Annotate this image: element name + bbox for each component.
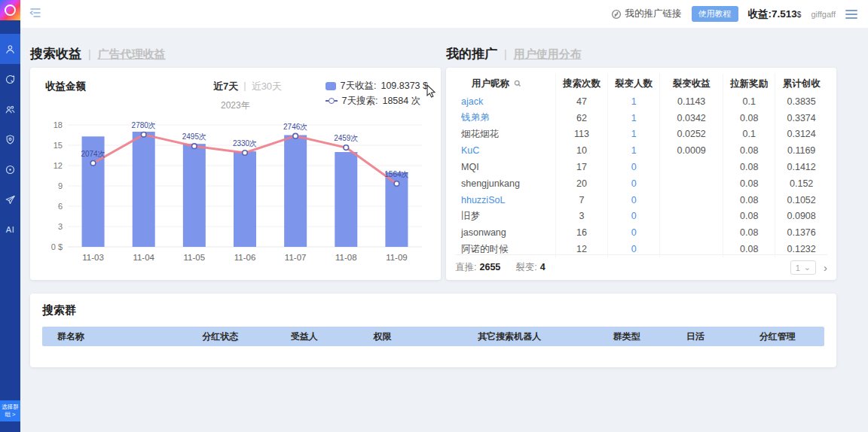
promo-table: 用户昵称 搜索次数裂变人数裂变收益拉新奖励累计创收 ajack4710.1143…	[455, 74, 827, 257]
svg-text:11-03: 11-03	[82, 253, 104, 262]
sidebar-item-user[interactable]	[0, 34, 20, 64]
svg-text:2074次: 2074次	[81, 150, 105, 158]
tab-my-promo[interactable]: 我的推广	[446, 45, 497, 62]
svg-text:3: 3	[58, 222, 63, 231]
page-select[interactable]: 1⌄	[790, 260, 816, 275]
sidebar-item-ai[interactable]: AI	[0, 214, 20, 245]
revenue-value: 7.513	[772, 8, 797, 20]
legend-bar-swatch-icon	[326, 82, 336, 90]
legend-line-marker-icon	[326, 98, 338, 104]
menu-icon[interactable]	[845, 10, 857, 19]
sidebar: AI 选择群 组 >	[0, 0, 20, 432]
promo-cell-fission_income	[660, 159, 723, 175]
promo-cell-total: 0.3374	[775, 110, 827, 126]
svg-text:6: 6	[58, 202, 63, 211]
groups-col-header: 分红状态	[171, 330, 269, 343]
table-row: shengjunkang2000.080.152	[455, 175, 827, 192]
table-row: ajack4710.11430.10.3835	[455, 93, 827, 110]
range-7days-tab[interactable]: 近7天	[213, 80, 238, 93]
logo-ring-icon	[5, 5, 16, 16]
promo-cell-referral: 0.08	[723, 110, 775, 126]
legend-revenue-value: 109.8373 $	[381, 81, 428, 91]
promo-cell-nickname[interactable]: 钱弟弟	[455, 110, 555, 126]
tab-ad-agency-revenue[interactable]: 广告代理收益	[98, 47, 166, 62]
collapse-sidebar-icon[interactable]	[29, 7, 41, 22]
promo-cell-fission_income	[660, 208, 723, 225]
send-icon	[5, 194, 16, 205]
tutorial-button[interactable]: 使用教程	[692, 6, 738, 22]
promo-col-header: 搜索次数	[555, 74, 607, 93]
tab-user-usage-distribution[interactable]: 用户使用分布	[514, 47, 582, 62]
chat-icon	[5, 74, 16, 85]
promo-cell-nickname: 旧梦	[455, 208, 555, 225]
select-group-badge[interactable]: 选择群 组 >	[0, 400, 20, 421]
promo-cell-nickname[interactable]: hhuzziSoL	[455, 192, 555, 208]
promo-cell-fission[interactable]: 1	[608, 110, 660, 126]
revenue-currency: $	[797, 11, 802, 19]
promo-cell-fission[interactable]: 1	[608, 93, 660, 110]
promo-cell-searches: 16	[555, 224, 607, 241]
search-groups-title: 搜索群	[42, 303, 824, 318]
select-group-badge-line2: 组 >	[1, 411, 20, 418]
promo-footer: 直推:2655 裂变:4 1⌄ ›	[455, 254, 827, 280]
groups-table-header-row: 群名称分红状态受益人权限其它搜索机器人群类型日活分红管理	[42, 327, 824, 346]
target-icon	[5, 164, 16, 175]
svg-text:2780次: 2780次	[132, 121, 156, 129]
promo-cell-fission_income	[660, 175, 723, 192]
promo-cell-fission[interactable]: 0	[608, 208, 660, 225]
promo-cell-fission[interactable]: 0	[608, 175, 660, 192]
search-groups-card: 搜索群 群名称分红状态受益人权限其它搜索机器人群类型日活分红管理	[30, 294, 836, 367]
svg-text:18: 18	[53, 120, 63, 129]
next-page-button[interactable]: ›	[824, 261, 827, 274]
sidebar-item-shield[interactable]	[0, 124, 20, 154]
promo-table-header-row: 用户昵称 搜索次数裂变人数裂变收益拉新奖励累计创收	[455, 74, 827, 93]
groups-col-header: 其它搜索机器人	[426, 330, 594, 343]
tab-search-revenue[interactable]: 搜索收益	[30, 45, 81, 62]
promo-cell-nickname[interactable]: KuC	[455, 142, 555, 159]
promo-col-header: 裂变收益	[660, 74, 723, 93]
table-row: KuC1010.00090.080.1169	[455, 142, 827, 159]
promo-cell-fission_income: 0.0252	[660, 126, 723, 143]
promo-cell-searches: 20	[555, 175, 607, 192]
sidebar-item-target[interactable]	[0, 154, 20, 184]
promo-cell-fission[interactable]: 1	[608, 142, 660, 159]
promo-cell-fission[interactable]: 0	[608, 224, 660, 241]
promo-cell-total: 0.3124	[775, 126, 827, 143]
svg-text:2495次: 2495次	[182, 132, 206, 141]
promo-cell-fission[interactable]: 0	[608, 159, 660, 175]
search-icon[interactable]	[512, 78, 521, 89]
chart-legend: 7天收益: 109.8373 $ 7天搜索: 18584 次	[326, 78, 429, 108]
promo-col-header: 拉新奖励	[723, 74, 775, 93]
promo-cell-searches: 7	[555, 192, 607, 208]
revenue-label: 收益:	[748, 8, 772, 20]
promo-cell-fission_income	[660, 192, 723, 208]
promo-cell-total: 0.1169	[775, 142, 827, 159]
groups-col-header: 群类型	[594, 330, 660, 343]
legend-search-label: 7天搜索:	[342, 95, 378, 108]
svg-text:11-07: 11-07	[285, 253, 307, 262]
legend-revenue-label: 7天收益:	[341, 80, 377, 93]
groups-col-header: 受益人	[269, 330, 339, 343]
app-logo[interactable]	[0, 0, 20, 20]
promo-cell-total: 0.1052	[775, 192, 827, 208]
promo-col-header: 裂变人数	[608, 74, 660, 93]
table-row: hhuzziSoL700.080.1052	[455, 192, 827, 208]
sidebar-item-chat[interactable]	[0, 64, 20, 94]
sidebar-item-send[interactable]	[0, 184, 20, 214]
promo-cell-nickname: 烟花烟花	[455, 126, 555, 143]
my-promo-link[interactable]: 我的推广链接	[611, 8, 682, 20]
promo-cell-nickname: jasonwang	[455, 224, 555, 241]
sidebar-item-team[interactable]	[0, 94, 20, 124]
promo-cell-nickname[interactable]: ajack	[455, 93, 555, 110]
promo-cell-fission[interactable]: 1	[608, 126, 660, 143]
svg-text:1564次: 1564次	[384, 170, 408, 178]
range-30days-tab[interactable]: 近30天	[252, 80, 282, 93]
svg-text:2459次: 2459次	[334, 134, 358, 142]
groups-col-header: 分红管理	[730, 330, 824, 343]
revenue-display: 收益:7.513$	[748, 8, 802, 21]
fission-count: 裂变:4	[515, 261, 545, 274]
svg-text:2746次: 2746次	[283, 123, 307, 131]
promo-col-header[interactable]: 用户昵称	[455, 74, 555, 93]
promo-cell-fission_income	[660, 224, 723, 241]
promo-cell-fission[interactable]: 0	[608, 192, 660, 208]
